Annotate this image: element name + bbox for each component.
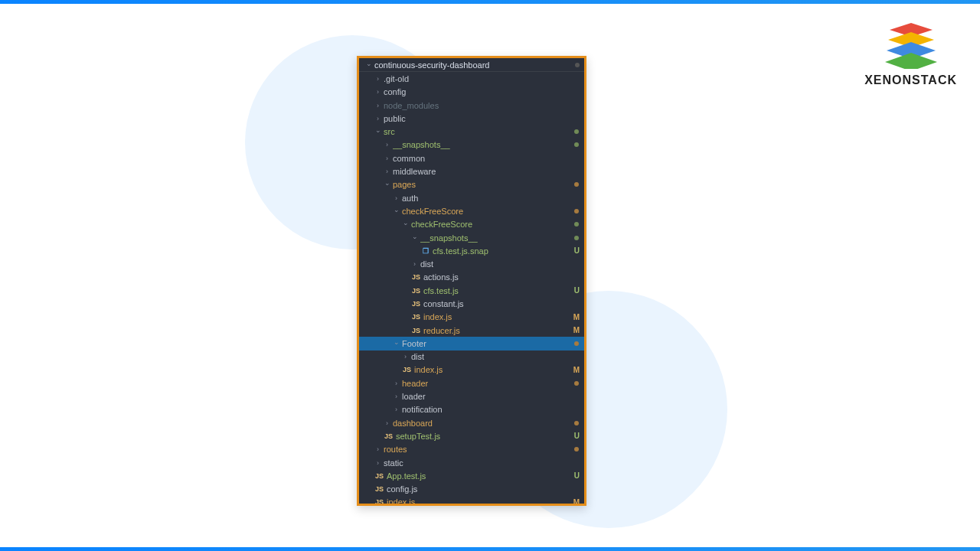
bottom-accent-bar [0, 547, 980, 551]
tree-item-label: dist [411, 352, 424, 361]
tree-row[interactable]: __snapshots__ [359, 139, 584, 152]
tree-row[interactable]: static [359, 456, 584, 469]
tree-row[interactable]: notification [359, 403, 584, 416]
tree-row[interactable]: JSindex.jsM [359, 311, 584, 324]
chevron-down-icon[interactable] [393, 207, 400, 215]
js-file-icon: JS [411, 287, 421, 295]
tree-row[interactable]: dist [359, 350, 584, 364]
tree-row[interactable]: routes [359, 443, 584, 456]
tree-row[interactable]: middleware [359, 165, 584, 178]
tree-item-label: index.js [423, 312, 452, 321]
tree-row[interactable]: JSindex.jsM [359, 364, 584, 377]
chevron-down-icon[interactable] [411, 234, 418, 242]
tree-row[interactable]: header [359, 377, 584, 390]
tree-row[interactable]: JSApp.test.jsU [359, 469, 584, 482]
chevron-right-icon[interactable] [374, 445, 381, 453]
tree-row[interactable]: common [359, 152, 584, 165]
git-status-dot [574, 341, 579, 346]
tree-row[interactable]: JSsetupTest.jsU [359, 429, 584, 442]
tree-item-label: index.js [414, 365, 443, 374]
tree-row[interactable]: Footer [359, 337, 584, 350]
snapshot-file-icon: ❐ [420, 247, 430, 255]
chevron-right-icon[interactable] [384, 141, 390, 148]
tree-row[interactable]: .git-old [359, 72, 584, 85]
chevron-right-icon[interactable] [384, 419, 390, 427]
tree-item-label: index.js [387, 497, 415, 506]
chevron-right-icon[interactable] [384, 155, 390, 162]
tree-row[interactable]: JSconfig.js [359, 483, 584, 496]
tree-row[interactable]: loader [359, 390, 584, 403]
js-file-icon: JS [402, 366, 412, 373]
chevron-right-icon[interactable] [374, 75, 381, 83]
chevron-right-icon[interactable] [374, 459, 381, 467]
brand-block: XENONSTACK [864, 23, 957, 87]
tree-row[interactable]: auth [359, 191, 584, 204]
chevron-down-icon[interactable] [374, 128, 381, 135]
tree-row[interactable]: public [359, 112, 584, 125]
chevron-down-icon[interactable] [384, 181, 390, 188]
tree-item-label: __snapshots__ [420, 233, 478, 243]
tree-item-label: notification [402, 405, 443, 414]
tree-item-label: App.test.js [387, 471, 426, 481]
git-modified-badge: M [573, 366, 580, 374]
git-status-dot [574, 129, 579, 134]
tree-row[interactable]: JSindex.jsM [359, 496, 584, 506]
tree-item-label: checkFreeScore [402, 207, 463, 216]
tree-row[interactable]: dist [359, 257, 584, 270]
tree-item-label: loader [402, 392, 426, 401]
tree-item-label: .git-old [384, 74, 409, 83]
chevron-right-icon[interactable] [411, 260, 418, 268]
tree-row[interactable]: src [359, 125, 584, 138]
file-explorer-panel[interactable]: continuous-security-dashboard.git-oldcon… [357, 56, 586, 506]
chevron-right-icon[interactable] [393, 406, 400, 413]
tree-row[interactable]: dashboard [359, 416, 584, 429]
chevron-right-icon[interactable] [384, 168, 390, 175]
git-status-dot [574, 209, 579, 214]
tree-item-label: setupTest.js [396, 432, 440, 441]
git-untracked-badge: U [574, 432, 580, 440]
chevron-right-icon[interactable] [402, 353, 409, 360]
chevron-right-icon[interactable] [393, 194, 400, 202]
chevron-right-icon[interactable] [393, 380, 400, 387]
js-file-icon: JS [411, 313, 421, 321]
tree-row[interactable]: config [359, 86, 584, 99]
js-file-icon: JS [384, 432, 394, 440]
tree-item-label: header [402, 379, 428, 388]
js-file-icon: JS [374, 498, 384, 506]
git-status-dot [574, 447, 579, 452]
tree-item-label: config.js [387, 484, 417, 494]
tree-row[interactable]: continuous-security-dashboard [359, 58, 584, 72]
tree-row[interactable]: JScfs.test.jsU [359, 284, 584, 297]
tree-row[interactable]: JSreducer.jsM [359, 324, 584, 337]
tree-item-label: node_modules [384, 101, 439, 110]
top-accent-bar [0, 0, 980, 4]
tree-row[interactable]: checkFreeScore [359, 218, 584, 231]
chevron-right-icon[interactable] [393, 393, 400, 400]
chevron-down-icon[interactable] [402, 220, 409, 228]
tree-item-label: src [384, 127, 395, 136]
git-status-dot [574, 421, 579, 425]
chevron-right-icon[interactable] [374, 115, 381, 122]
chevron-right-icon[interactable] [374, 102, 381, 109]
chevron-right-icon[interactable] [374, 88, 381, 96]
tree-row[interactable]: JSconstant.js [359, 297, 584, 310]
git-status-dot [574, 236, 579, 240]
tree-item-label: __snapshots__ [393, 140, 450, 149]
tree-row[interactable]: __snapshots__ [359, 231, 584, 244]
chevron-down-icon[interactable] [393, 340, 400, 347]
tree-row[interactable]: ❐cfs.test.js.snapU [359, 244, 584, 257]
git-modified-badge: M [573, 313, 580, 321]
tree-item-label: routes [384, 445, 407, 454]
tree-row[interactable]: node_modules [359, 99, 584, 112]
js-file-icon: JS [411, 327, 421, 334]
tree-row[interactable]: JSactions.js [359, 271, 584, 284]
tree-item-label: cfs.test.js [423, 286, 459, 295]
tree-item-label: auth [402, 194, 418, 203]
git-status-dot [574, 381, 579, 386]
chevron-down-icon[interactable] [365, 61, 372, 69]
tree-row[interactable]: checkFreeScore [359, 204, 584, 217]
git-status-dot [575, 63, 580, 67]
git-modified-badge: M [573, 498, 580, 506]
tree-row[interactable]: pages [359, 178, 584, 191]
tree-item-label: continuous-security-dashboard [374, 60, 489, 70]
